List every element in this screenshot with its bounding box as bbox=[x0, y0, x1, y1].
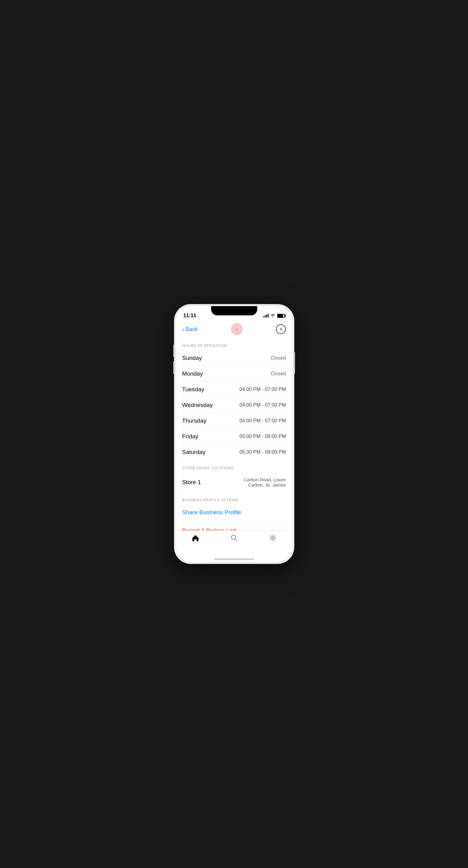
actions-divider bbox=[182, 521, 286, 522]
share-business-profile-link[interactable]: Share Business Profile bbox=[182, 505, 286, 520]
hours-section-label: HOURS OF OPERATION bbox=[182, 344, 286, 348]
battery-icon bbox=[277, 314, 285, 318]
logo-inner: 🎂 bbox=[235, 328, 239, 331]
day-hours-tuesday: 04:00 PM - 07:00 PM bbox=[239, 387, 286, 392]
day-name-saturday: Saturday bbox=[182, 449, 206, 456]
home-icon bbox=[191, 534, 200, 545]
settings-icon bbox=[269, 534, 277, 544]
back-chevron-icon: ‹ bbox=[182, 326, 184, 333]
signal-icon bbox=[263, 314, 269, 317]
home-bar bbox=[214, 558, 254, 560]
brand-logo: 🎂 bbox=[231, 323, 243, 335]
hours-row-monday: Monday Closed bbox=[182, 366, 286, 382]
day-name-thursday: Thursday bbox=[182, 417, 207, 424]
plus-icon: + bbox=[279, 327, 283, 332]
day-name-friday: Friday bbox=[182, 433, 198, 440]
back-label[interactable]: Back bbox=[185, 326, 197, 333]
content-area: HOURS OF OPERATION Sunday Closed Monday … bbox=[176, 339, 292, 530]
actions-list: Share Business Profile Report A Broken L… bbox=[182, 505, 286, 530]
hours-row-tuesday: Tuesday 04:00 PM - 07:00 PM bbox=[182, 382, 286, 397]
day-name-monday: Monday bbox=[182, 370, 203, 377]
day-hours-sunday: Closed bbox=[271, 355, 286, 361]
day-name-sunday: Sunday bbox=[182, 355, 202, 362]
tab-search[interactable] bbox=[225, 534, 243, 544]
svg-point-10 bbox=[272, 537, 274, 539]
actions-section-label: BUSINESS PROFILE ACTIONS bbox=[182, 498, 286, 502]
day-name-wednesday: Wednesday bbox=[182, 402, 213, 408]
day-hours-saturday: 05:30 PM - 09:00 PM bbox=[239, 450, 286, 455]
day-hours-thursday: 04:00 PM - 07:00 PM bbox=[239, 418, 286, 424]
status-time: 11:11 bbox=[183, 313, 196, 319]
nav-bar: ‹ Back 🎂 + bbox=[176, 321, 292, 339]
svg-line-9 bbox=[235, 539, 237, 541]
day-hours-friday: 05:00 PM - 09:00 PM bbox=[239, 434, 286, 439]
status-icons bbox=[263, 313, 285, 318]
add-button[interactable]: + bbox=[276, 324, 286, 334]
store-name-1: Store 1 bbox=[182, 479, 201, 486]
stores-list: Store 1 Carlton Road, Lower Carlton, St.… bbox=[182, 473, 286, 492]
storefront-section-label: STORE FRONT LOCATIONS bbox=[182, 466, 286, 470]
day-name-tuesday: Tuesday bbox=[182, 386, 204, 393]
hours-row-wednesday: Wednesday 04:00 PM - 07:00 PM bbox=[182, 397, 286, 413]
search-icon bbox=[230, 534, 238, 544]
store-row-1: Store 1 Carlton Road, Lower Carlton, St.… bbox=[182, 473, 286, 492]
tab-bar bbox=[176, 530, 292, 555]
tab-home[interactable] bbox=[186, 534, 205, 545]
hours-row-sunday: Sunday Closed bbox=[182, 350, 286, 366]
hours-row-friday: Friday 05:00 PM - 09:00 PM bbox=[182, 429, 286, 444]
wifi-icon bbox=[271, 313, 275, 318]
day-hours-monday: Closed bbox=[271, 371, 286, 376]
hours-row-thursday: Thursday 04:00 PM - 07:00 PM bbox=[182, 413, 286, 429]
store-address-1: Carlton Road, Lower Carlton, St. James bbox=[229, 477, 286, 488]
report-broken-link[interactable]: Report A Broken Link bbox=[182, 523, 286, 530]
back-button[interactable]: ‹ Back bbox=[182, 326, 198, 333]
hours-row-saturday: Saturday 05:30 PM - 09:00 PM bbox=[182, 444, 286, 460]
day-hours-wednesday: 04:00 PM - 07:00 PM bbox=[239, 402, 286, 408]
home-indicator bbox=[176, 555, 292, 562]
hours-list: Sunday Closed Monday Closed Tuesday 04:0… bbox=[182, 350, 286, 460]
tab-settings[interactable] bbox=[264, 534, 282, 544]
